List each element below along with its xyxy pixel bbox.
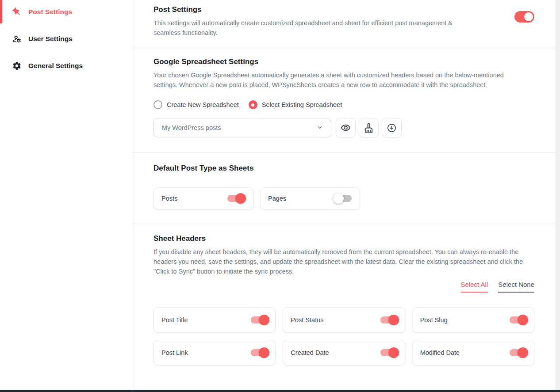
wpsyncsheets-settings-page: Post Settings User Settings General Sett… — [0, 0, 560, 392]
section-title: Google Spreadsheet Settings — [153, 57, 534, 66]
select-none-link[interactable]: Select None — [498, 281, 534, 293]
post-link-toggle[interactable] — [250, 347, 269, 358]
radio-label: Select Existing Spreadsheet — [262, 101, 342, 108]
sidebar-item-general-settings[interactable]: General Settings — [0, 54, 132, 78]
toggle-thumb — [518, 347, 528, 358]
google-spreadsheet-section: Google Spreadsheet Settings Your chosen … — [132, 48, 556, 153]
eye-icon — [341, 123, 351, 133]
bulk-select-links: Select All Select None — [153, 281, 534, 293]
toggle-thumb — [333, 193, 344, 204]
toggle-thumb — [388, 315, 399, 325]
download-button[interactable] — [382, 118, 402, 137]
select-all-link[interactable]: Select All — [461, 281, 488, 293]
toggle-thumb — [259, 315, 269, 325]
post-type-cards: Posts Pages — [153, 187, 534, 209]
page-background-strip — [556, 0, 560, 392]
section-title: Default Post Type as Sheets — [153, 164, 534, 173]
sheet-headers-grid: Post Title Post Status Post Slug Post Li… — [153, 307, 534, 365]
toggle-knob — [524, 12, 533, 21]
card-label: Post Slug — [420, 316, 448, 323]
card-label: Pages — [268, 195, 286, 202]
header-card-created-date: Created Date — [283, 340, 405, 365]
section-description: If you disable any sheet headers, they w… — [153, 247, 529, 276]
card-label: Post Status — [291, 316, 323, 323]
page-description: This settings will automatically create … — [153, 18, 476, 38]
header-card-modified-date: Modified Date — [412, 340, 534, 365]
sidebar-item-post-settings[interactable]: Post Settings — [0, 0, 132, 24]
card-label: Modified Date — [420, 349, 460, 356]
post-status-toggle[interactable] — [380, 315, 399, 325]
post-title-toggle[interactable] — [250, 315, 269, 325]
settings-sidebar: Post Settings User Settings General Sett… — [0, 0, 132, 392]
header-card-post-title: Post Title — [153, 307, 276, 333]
sidebar-item-label: User Settings — [28, 35, 73, 43]
section-title: Sheet Headers — [153, 234, 534, 243]
card-label: Post Title — [161, 316, 188, 323]
window-bottom-edge — [0, 390, 560, 392]
download-icon — [387, 123, 397, 133]
card-label: Posts — [161, 195, 177, 202]
sheet-headers-section: Sheet Headers If you disable any sheet h… — [132, 224, 556, 383]
sidebar-item-user-settings[interactable]: User Settings — [0, 27, 132, 51]
selected-spreadsheet: My WordPress posts — [162, 124, 221, 131]
radio-circle — [153, 100, 162, 109]
radio-circle-checked — [249, 100, 257, 109]
spreadsheet-select-row: My WordPress posts — [153, 118, 534, 137]
clear-button[interactable] — [359, 118, 379, 137]
post-settings-toggle[interactable] — [514, 11, 534, 23]
toggle-thumb — [388, 347, 399, 358]
post-slug-toggle[interactable] — [509, 315, 528, 325]
page-title: Post Settings — [153, 5, 476, 14]
section-description: Your chosen Google Spreadsheet automatic… — [153, 70, 525, 90]
broom-icon — [364, 123, 374, 133]
spreadsheet-select[interactable]: My WordPress posts — [153, 118, 331, 137]
user-gear-icon — [12, 34, 22, 44]
header-card-post-status: Post Status — [283, 307, 405, 333]
toggle-thumb — [235, 193, 246, 204]
default-post-type-section: Default Post Type as Sheets Posts Pages — [132, 153, 556, 224]
radio-select-existing-spreadsheet[interactable]: Select Existing Spreadsheet — [249, 100, 342, 109]
post-type-card-posts: Posts — [153, 187, 253, 209]
gear-icon — [12, 61, 22, 71]
radio-label: Create New Spreadsheet — [167, 101, 239, 108]
pin-icon — [12, 7, 22, 17]
preview-button[interactable] — [336, 118, 356, 137]
created-date-toggle[interactable] — [380, 347, 399, 358]
posts-toggle[interactable] — [226, 193, 246, 204]
spreadsheet-action-buttons — [336, 118, 402, 137]
chevron-down-icon — [316, 124, 323, 132]
header-card-post-slug: Post Slug — [412, 307, 534, 333]
sidebar-item-label: General Settings — [28, 62, 83, 70]
sidebar-item-label: Post Settings — [28, 8, 72, 16]
settings-content: Post Settings This settings will automat… — [132, 0, 556, 392]
pages-toggle[interactable] — [333, 193, 353, 204]
spreadsheet-mode-radios: Create New Spreadsheet Select Existing S… — [153, 100, 534, 109]
toggle-thumb — [518, 315, 528, 325]
post-type-card-pages: Pages — [260, 187, 360, 209]
modified-date-toggle[interactable] — [509, 347, 528, 358]
card-label: Created Date — [291, 349, 329, 356]
toggle-thumb — [259, 347, 269, 358]
post-settings-section: Post Settings This settings will automat… — [132, 0, 556, 48]
radio-create-new-spreadsheet[interactable]: Create New Spreadsheet — [153, 100, 239, 109]
card-label: Post Link — [161, 349, 188, 356]
header-card-post-link: Post Link — [153, 340, 276, 365]
